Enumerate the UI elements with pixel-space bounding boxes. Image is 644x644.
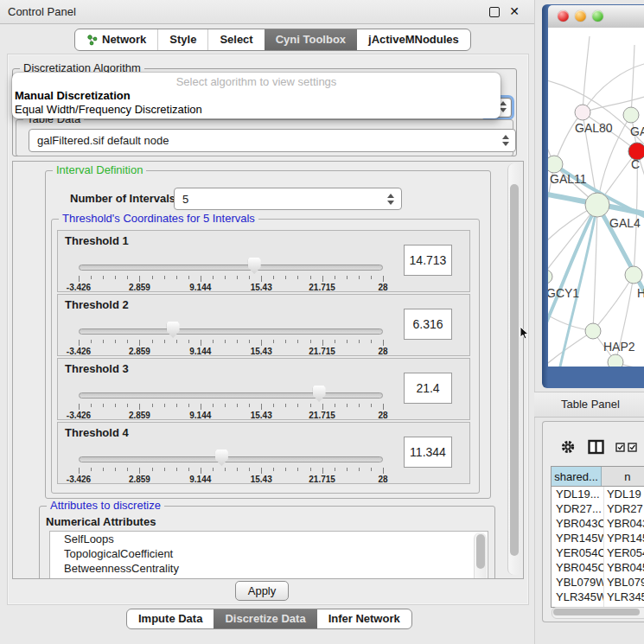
network-edge[interactable] [593, 275, 634, 331]
slider-tick [371, 340, 372, 343]
scrollbar-thumb[interactable] [553, 609, 640, 615]
threshold-value-field[interactable]: 6.316 [404, 309, 452, 340]
slider-track[interactable] [79, 456, 383, 462]
tab-cyni-toolbox[interactable]: Cyni Toolbox [265, 29, 357, 50]
node-gcy1[interactable] [548, 270, 552, 284]
cell-shared-name[interactable]: YPR145W [552, 531, 604, 545]
attributes-group-title: Attributes to discretize [47, 500, 164, 512]
slider-thumb[interactable] [215, 450, 228, 466]
cell-shared-name[interactable]: YBL079W [552, 575, 604, 590]
cell-name[interactable]: YDL19 [604, 487, 644, 501]
column-header-shared-name[interactable]: shared... [552, 467, 602, 486]
checked-checkbox-icon[interactable] [628, 443, 637, 452]
tab-infer-network[interactable]: Infer Network [317, 609, 411, 628]
slider-thumb[interactable] [313, 386, 326, 402]
attribute-list-item[interactable]: BetweennessCentrality [50, 561, 488, 576]
slider-tick [310, 276, 311, 279]
attributes-scrollbar[interactable] [474, 532, 487, 579]
node-label: HAP2 [603, 340, 635, 354]
tab-jactivemnodules[interactable]: jActiveMNodules [357, 29, 470, 50]
slider-tick-label: 9.144 [189, 347, 211, 356]
node-gal80[interactable] [575, 105, 590, 120]
tab-select[interactable]: Select [208, 29, 265, 50]
attribute-list-item[interactable]: TopologicalCoefficient [50, 546, 488, 561]
table-row[interactable]: YBR045CYBR045C [552, 560, 644, 575]
node-hap2[interactable] [585, 323, 601, 339]
cell-shared-name[interactable]: YLR345W [552, 590, 604, 604]
apply-button[interactable]: Apply [235, 581, 289, 601]
numerical-attributes-list[interactable]: SelfLoopsTopologicalCoefficientBetweenne… [49, 531, 488, 579]
table-row[interactable]: YDR27...YDR27 [552, 501, 644, 516]
zoom-traffic-light[interactable] [592, 10, 603, 22]
checked-checkbox-icon[interactable] [615, 443, 625, 452]
cell-name[interactable]: YBR045C [604, 560, 644, 575]
table-row[interactable]: YER054CYER054C [552, 545, 644, 560]
cell-shared-name[interactable]: YDL19... [552, 487, 604, 501]
slider-tick [152, 340, 153, 343]
slider-thumb[interactable] [248, 258, 261, 274]
table-row[interactable]: YDL19...YDL19 [552, 487, 644, 501]
table-row[interactable]: YLR345WYLR345W [552, 590, 644, 604]
cell-shared-name[interactable]: YDR27... [552, 501, 604, 516]
network-window-titlebar[interactable] [548, 5, 644, 29]
cell-name[interactable]: YBL079W [604, 575, 644, 590]
table-row[interactable]: YBR043CYBR043C [552, 516, 644, 531]
close-icon[interactable]: ✕ [509, 4, 520, 18]
network-edge[interactable] [631, 45, 634, 115]
menu-item-manual-discretization[interactable]: Manual Discretization [15, 89, 131, 102]
node-gal7[interactable] [623, 107, 639, 123]
tab-impute-data[interactable]: Impute Data [127, 609, 214, 628]
float-window-icon[interactable] [489, 7, 500, 17]
tab-discretize-data[interactable]: Discretize Data [214, 609, 316, 628]
slider-tick [188, 340, 189, 343]
network-edge[interactable] [548, 331, 593, 367]
cell-shared-name[interactable]: YBR043C [552, 516, 604, 531]
scrollbar-thumb[interactable] [476, 534, 485, 569]
node-h[interactable] [625, 266, 642, 284]
table-data-combobox[interactable]: galFiltered.sif default node [29, 129, 516, 152]
cell-name[interactable]: YER054C [604, 545, 644, 560]
slider-tick [383, 468, 384, 474]
slider-track[interactable] [79, 392, 383, 399]
cell-name[interactable]: YBR043C [604, 516, 644, 531]
slider-track[interactable] [79, 265, 383, 271]
threshold-value-field[interactable]: 11.344 [404, 437, 452, 468]
threshold-value-field[interactable]: 14.713 [404, 245, 452, 276]
cell-name[interactable]: YPR145W [604, 531, 644, 545]
attribute-list-item[interactable]: SelfLoops [50, 532, 488, 546]
slider-tick [273, 340, 274, 343]
table-row[interactable]: YPR145WYPR145W [552, 531, 644, 545]
slider-tick [261, 340, 262, 346]
column-header-name[interactable]: n [602, 467, 644, 486]
node-gal4[interactable] [585, 193, 609, 217]
cell-shared-name[interactable]: YBR045C [552, 560, 604, 575]
threshold-value-field[interactable]: 21.4 [404, 373, 452, 404]
slider-tick [322, 340, 323, 346]
cell-name[interactable]: YDR27 [604, 501, 644, 516]
number-of-intervals-combobox[interactable]: 5 [174, 188, 402, 210]
cell-shared-name[interactable]: YER054C [552, 545, 604, 560]
node-partial[interactable] [608, 354, 623, 367]
close-traffic-light[interactable] [558, 10, 569, 22]
scrollbar-thumb[interactable] [510, 184, 519, 556]
table-header-row: shared... n [552, 467, 644, 487]
menu-item-equal-width-frequency[interactable]: Equal Width/Frequency Discretization [15, 103, 202, 116]
tab-network[interactable]: Network [75, 29, 158, 50]
network-graph: GAL80GACGAL11GAL4GCY1HHAP2 [548, 28, 644, 367]
table-row[interactable]: YBL079WYBL079W [552, 575, 644, 590]
tab-style[interactable]: Style [158, 29, 208, 50]
minimize-traffic-light[interactable] [575, 10, 586, 22]
network-canvas[interactable]: GAL80GACGAL11GAL4GCY1HHAP2 [548, 28, 644, 367]
gear-icon[interactable] [560, 439, 576, 455]
node-label: GAL11 [550, 172, 587, 186]
table-horizontal-scrollbar[interactable] [552, 607, 644, 619]
cell-name[interactable]: YLR345W [604, 590, 644, 604]
split-columns-icon[interactable] [588, 439, 604, 455]
number-of-intervals-value: 5 [182, 188, 188, 209]
network-edge[interactable] [583, 36, 590, 112]
slider-track[interactable] [79, 328, 383, 335]
node-gal11[interactable] [548, 156, 563, 173]
slider-thumb[interactable] [167, 322, 180, 338]
slider-tick [237, 340, 238, 343]
pane-vertical-scrollbar[interactable] [507, 163, 521, 575]
